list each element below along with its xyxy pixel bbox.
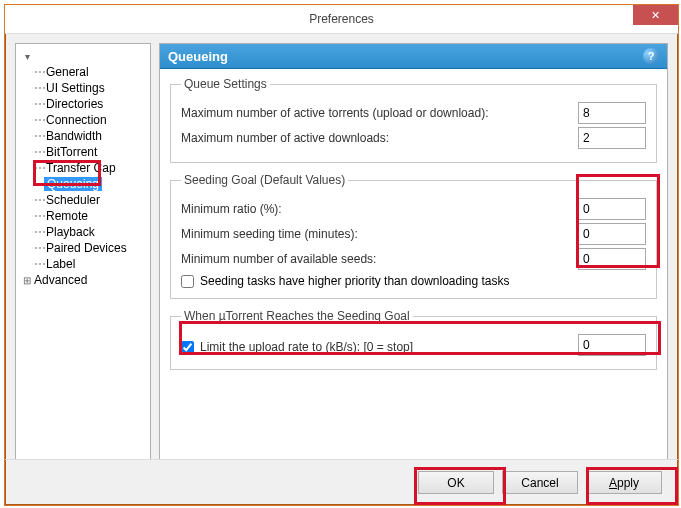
limit-upload-checkbox[interactable] (181, 341, 194, 354)
sidebar-item-bittorrent[interactable]: ⋯BitTorrent (18, 144, 148, 160)
seeding-priority-label: Seeding tasks have higher priority than … (200, 274, 510, 288)
min-time-input[interactable] (578, 223, 646, 245)
expand-icon[interactable]: ⊞ (22, 275, 32, 286)
sidebar-item-remote[interactable]: ⋯Remote (18, 208, 148, 224)
seeding-reached-group: When µTorrent Reaches the Seeding Goal L… (170, 309, 657, 370)
limit-upload-label: Limit the upload rate to (kB/s): [0 = st… (200, 340, 413, 354)
sidebar-item-general[interactable]: ⋯General (18, 64, 148, 80)
seeding-goal-group: Seeding Goal (Default Values) Minimum ra… (170, 173, 657, 299)
min-ratio-input[interactable] (578, 198, 646, 220)
min-seeds-label: Minimum number of available seeds: (181, 252, 376, 266)
window-title: Preferences (309, 12, 374, 26)
min-time-label: Minimum seeding time (minutes): (181, 227, 358, 241)
max-downloads-input[interactable] (578, 127, 646, 149)
sidebar-item-transfer-cap[interactable]: ⋯Transfer Cap (18, 160, 148, 176)
content-panel: Queueing ? Queue Settings Maximum number… (159, 43, 668, 460)
page-header: Queueing ? (160, 44, 667, 69)
max-downloads-label: Maximum number of active downloads: (181, 131, 389, 145)
sidebar-item-bandwidth[interactable]: ⋯Bandwidth (18, 128, 148, 144)
sidebar-item-directories[interactable]: ⋯Directories (18, 96, 148, 112)
preferences-window: Preferences ✕ ▾ ⋯General ⋯UI Settings ⋯D… (4, 4, 679, 506)
sidebar-item-label[interactable]: ⋯Label (18, 256, 148, 272)
queue-settings-group: Queue Settings Maximum number of active … (170, 77, 657, 163)
seeding-priority-checkbox[interactable] (181, 275, 194, 288)
sidebar-item-paired-devices[interactable]: ⋯Paired Devices (18, 240, 148, 256)
tree-root[interactable]: ▾ (18, 48, 148, 64)
category-sidebar: ▾ ⋯General ⋯UI Settings ⋯Directories ⋯Co… (15, 43, 151, 460)
limit-upload-input[interactable] (578, 334, 646, 356)
cancel-button[interactable]: Cancel (502, 471, 578, 494)
close-button[interactable]: ✕ (633, 5, 678, 25)
page-title: Queueing (168, 49, 228, 64)
sidebar-item-advanced[interactable]: ⊞Advanced (18, 272, 148, 288)
queue-settings-legend: Queue Settings (181, 77, 270, 91)
min-ratio-label: Minimum ratio (%): (181, 202, 282, 216)
sidebar-item-playback[interactable]: ⋯Playback (18, 224, 148, 240)
max-active-input[interactable] (578, 102, 646, 124)
min-seeds-input[interactable] (578, 248, 646, 270)
collapse-icon[interactable]: ▾ (22, 51, 32, 62)
sidebar-item-queueing[interactable]: ⋯Queueing (18, 176, 148, 192)
titlebar: Preferences ✕ (5, 5, 678, 34)
sidebar-item-connection[interactable]: ⋯Connection (18, 112, 148, 128)
help-icon[interactable]: ? (643, 48, 659, 64)
max-active-label: Maximum number of active torrents (uploa… (181, 106, 488, 120)
sidebar-item-ui-settings[interactable]: ⋯UI Settings (18, 80, 148, 96)
ok-button[interactable]: OK (418, 471, 494, 494)
sidebar-item-scheduler[interactable]: ⋯Scheduler (18, 192, 148, 208)
apply-button[interactable]: Apply (586, 471, 662, 494)
button-bar: OK Cancel Apply (5, 459, 678, 505)
seeding-reached-legend: When µTorrent Reaches the Seeding Goal (181, 309, 413, 323)
seeding-goal-legend: Seeding Goal (Default Values) (181, 173, 348, 187)
